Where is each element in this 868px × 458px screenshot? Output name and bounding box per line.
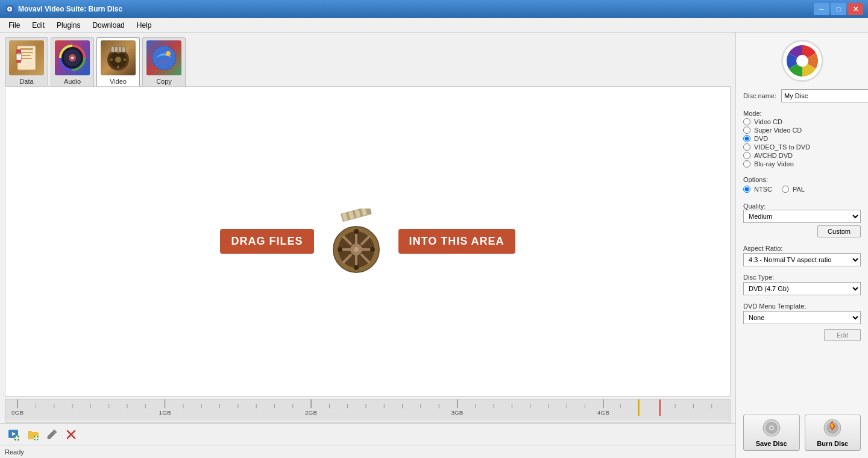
radio-bluray-label[interactable]: Blu-ray Video	[754, 160, 794, 168]
menu-edit[interactable]: Edit	[26, 20, 51, 31]
radio-ntsc-label[interactable]: NTSC	[754, 186, 772, 193]
save-disc-label: Save Disc	[756, 440, 787, 447]
radio-dvd-input[interactable]	[743, 135, 750, 142]
svg-point-46	[354, 229, 359, 234]
title-bar-left: Movavi Video Suite: Burn Disc	[5, 4, 122, 14]
status-text: Ready	[5, 448, 24, 456]
dvd-menu-select[interactable]: None	[743, 311, 861, 324]
copy-icon	[146, 40, 181, 75]
radio-dvd-label[interactable]: DVD	[754, 135, 768, 142]
svg-point-107	[796, 55, 808, 67]
data-icon: 📋	[9, 40, 44, 75]
status-bar: Ready	[0, 445, 735, 458]
svg-text:3GB: 3GB	[451, 410, 463, 416]
menu-download[interactable]: Download	[86, 20, 130, 31]
svg-point-22	[117, 51, 119, 54]
tab-video-label: Video	[110, 78, 127, 85]
action-buttons: Save Disc Burn Disc	[743, 410, 861, 451]
svg-point-24	[110, 58, 113, 61]
svg-point-2	[9, 8, 11, 10]
content-area: DRAG FILES	[5, 86, 731, 397]
audio-icon	[55, 40, 90, 75]
aspect-ratio-select[interactable]: 4:3 - Normal TV aspect ratio16:9 - Wides…	[743, 253, 861, 266]
svg-rect-18	[112, 47, 114, 52]
menu-file[interactable]: File	[2, 20, 26, 31]
quality-select[interactable]: LowMediumHighCustom	[743, 210, 861, 223]
main-container: 📋 Data	[0, 33, 868, 458]
radio-bluray: Blu-ray Video	[743, 160, 861, 168]
svg-text:2GB: 2GB	[305, 410, 317, 416]
burn-disc-button[interactable]: Burn Disc	[805, 415, 861, 451]
edit-button[interactable]	[43, 426, 60, 443]
menu-plugins[interactable]: Plugins	[51, 20, 86, 31]
svg-point-47	[354, 265, 359, 270]
custom-button[interactable]: Custom	[817, 225, 861, 237]
svg-point-49	[370, 247, 375, 252]
movavi-logo	[781, 40, 823, 82]
mode-label: Mode:	[743, 110, 861, 117]
radio-video-cd: Video CD	[743, 118, 861, 125]
radio-video-ts: VIDEO_TS to DVD	[743, 143, 861, 151]
add-folder-button[interactable]	[24, 426, 41, 443]
radio-super-video-cd: Super Video CD	[743, 127, 861, 134]
svg-rect-4	[20, 48, 33, 50]
pencil-icon	[46, 428, 58, 441]
radio-avchd-label[interactable]: AVCHD DVD	[754, 152, 793, 159]
title-bar-controls[interactable]: ─ □ ✕	[814, 3, 863, 15]
radio-super-video-cd-label[interactable]: Super Video CD	[754, 127, 802, 134]
title-bar-title: Movavi Video Suite: Burn Disc	[18, 5, 122, 13]
radio-pal-label[interactable]: PAL	[793, 186, 805, 193]
mode-section: Mode: Video CD Super Video CD DVD VIDEO_…	[743, 107, 861, 169]
disc-type-label: Disc Type:	[743, 274, 861, 281]
svg-rect-19	[115, 47, 118, 52]
radio-bluray-input[interactable]	[743, 160, 750, 168]
radio-pal-input[interactable]	[782, 186, 789, 193]
add-video-button[interactable]	[5, 426, 22, 443]
svg-point-13	[71, 57, 74, 59]
svg-rect-21	[122, 47, 125, 52]
radio-dvd: DVD	[743, 135, 861, 142]
radio-video-ts-input[interactable]	[743, 143, 750, 151]
svg-point-48	[338, 247, 342, 252]
options-label: Options:	[743, 176, 861, 183]
edit-btn-row: Edit	[743, 329, 861, 341]
radio-video-cd-label[interactable]: Video CD	[754, 118, 782, 125]
svg-text:📋: 📋	[15, 52, 24, 61]
delete-icon	[65, 428, 77, 441]
radio-ntsc-input[interactable]	[743, 186, 750, 193]
menu-help[interactable]: Help	[131, 20, 158, 31]
radio-avchd: AVCHD DVD	[743, 152, 861, 159]
tab-data[interactable]: 📋 Data	[5, 37, 48, 86]
tab-copy-label: Copy	[156, 78, 172, 85]
app-icon	[5, 4, 14, 14]
maximize-button[interactable]: □	[831, 3, 846, 15]
svg-point-28	[166, 51, 171, 56]
tab-copy[interactable]: Copy	[142, 37, 186, 86]
options-section: Options: NTSC PAL	[743, 174, 861, 195]
radio-avchd-input[interactable]	[743, 152, 750, 159]
add-folder-icon	[27, 428, 39, 441]
svg-point-23	[117, 66, 119, 68]
svg-point-111	[770, 427, 773, 429]
left-area: 📋 Data	[0, 33, 735, 458]
radio-super-video-cd-input[interactable]	[743, 127, 750, 134]
disc-name-row: Disc name:	[743, 89, 861, 102]
radio-video-ts-label[interactable]: VIDEO_TS to DVD	[754, 143, 810, 151]
tab-video[interactable]: Video	[96, 37, 140, 86]
disc-name-input[interactable]	[781, 89, 868, 102]
title-bar: Movavi Video Suite: Burn Disc ─ □ ✕	[0, 0, 868, 18]
aspect-ratio-section: Aspect Ratio: 4:3 - Normal TV aspect rat…	[743, 245, 861, 266]
svg-point-37	[354, 247, 359, 252]
delete-button[interactable]	[63, 426, 80, 443]
save-disc-icon	[762, 418, 781, 438]
radio-video-cd-input[interactable]	[743, 118, 750, 125]
disc-type-select[interactable]: DVD (4.7 Gb)DVD (8.5 Gb)Blu-ray (25 Gb)	[743, 282, 861, 295]
minimize-button[interactable]: ─	[814, 3, 829, 15]
edit-template-button[interactable]: Edit	[824, 329, 861, 341]
save-disc-button[interactable]: Save Disc	[743, 415, 800, 451]
film-reel-graphic	[314, 205, 398, 278]
radio-ntsc-row: NTSC	[743, 186, 772, 193]
svg-point-25	[124, 58, 126, 61]
tab-audio[interactable]: Audio	[51, 37, 94, 86]
close-button[interactable]: ✕	[848, 3, 863, 15]
